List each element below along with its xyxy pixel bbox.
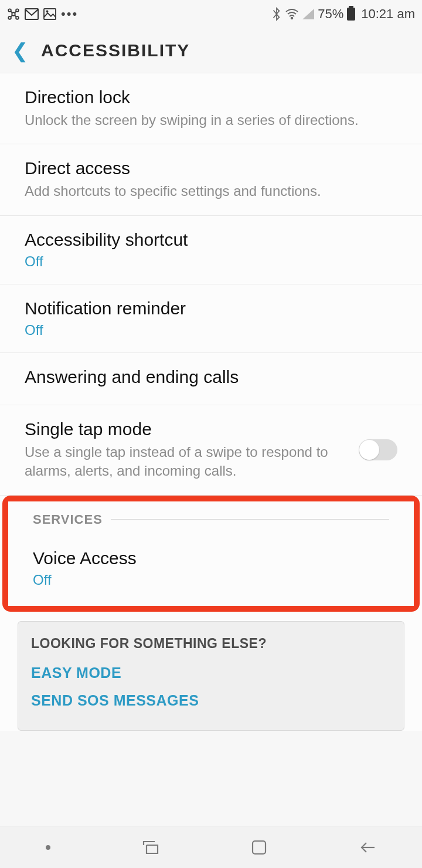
item-title: Direct access xyxy=(25,158,397,178)
item-accessibility-shortcut[interactable]: Accessibility shortcut Off xyxy=(0,216,422,284)
single-tap-toggle[interactable] xyxy=(359,439,397,460)
item-direct-access[interactable]: Direct access Add shortcuts to specific … xyxy=(0,144,422,215)
svg-point-0 xyxy=(12,12,15,16)
nav-bar xyxy=(0,826,422,868)
item-state: Off xyxy=(25,322,397,338)
svg-point-11 xyxy=(46,11,47,12)
footer-card: LOOKING FOR SOMETHING ELSE? EASY MODE SE… xyxy=(18,621,404,731)
app-header: ❮ ACCESSIBILITY xyxy=(0,28,422,73)
home-icon[interactable] xyxy=(251,839,267,856)
svg-rect-10 xyxy=(44,9,56,19)
link-easy-mode[interactable]: EASY MODE xyxy=(31,664,391,681)
page-title: ACCESSIBILITY xyxy=(41,40,190,60)
footer-title: LOOKING FOR SOMETHING ELSE? xyxy=(31,636,391,652)
link-send-sos[interactable]: SEND SOS MESSAGES xyxy=(31,692,391,709)
nav-dot-icon[interactable] xyxy=(46,845,50,850)
svg-rect-13 xyxy=(253,841,266,854)
wifi-icon xyxy=(285,8,299,20)
item-answering-calls[interactable]: Answering and ending calls xyxy=(0,353,422,405)
svg-point-4 xyxy=(16,16,19,19)
item-state: Off xyxy=(25,253,397,270)
item-title: Accessibility shortcut xyxy=(25,230,397,250)
bluetooth-icon xyxy=(272,7,281,21)
section-divider xyxy=(111,519,389,520)
item-direction-lock[interactable]: Direction lock Unlock the screen by swip… xyxy=(0,73,422,144)
section-header-services: SERVICES xyxy=(8,501,414,534)
item-title: Voice Access xyxy=(33,548,389,568)
mail-icon xyxy=(25,8,39,20)
svg-point-2 xyxy=(16,9,19,12)
item-notification-reminder[interactable]: Notification reminder Off xyxy=(0,284,422,353)
item-title: Answering and ending calls xyxy=(25,367,397,387)
svg-line-5 xyxy=(11,11,12,12)
svg-point-1 xyxy=(8,9,11,12)
svg-point-12 xyxy=(291,18,293,19)
signal-icon xyxy=(302,9,314,19)
item-single-tap[interactable]: Single tap mode Use a single tap instead… xyxy=(0,405,422,496)
item-title: Single tap mode xyxy=(25,419,347,439)
app-icon xyxy=(7,8,20,21)
status-right: 75% 10:21 am xyxy=(272,6,415,22)
item-state: Off xyxy=(33,572,389,588)
clock: 10:21 am xyxy=(361,6,415,22)
item-subtitle: Add shortcuts to specific settings and f… xyxy=(25,182,397,201)
svg-line-6 xyxy=(15,11,16,12)
battery-icon xyxy=(347,8,355,21)
image-icon xyxy=(43,8,56,20)
status-bar: ••• 75% 10:21 am xyxy=(0,0,422,28)
section-label: SERVICES xyxy=(33,512,103,527)
svg-line-8 xyxy=(15,16,16,17)
svg-line-7 xyxy=(11,16,12,17)
back-button[interactable]: ❮ xyxy=(12,40,28,60)
toggle-knob xyxy=(359,440,379,460)
settings-list: Direction lock Unlock the screen by swip… xyxy=(0,73,422,731)
status-left: ••• xyxy=(7,6,78,22)
more-icon: ••• xyxy=(61,6,78,22)
item-subtitle: Use a single tap instead of a swipe to r… xyxy=(25,443,347,481)
item-title: Direction lock xyxy=(25,87,397,107)
back-icon[interactable] xyxy=(359,840,376,855)
item-title: Notification reminder xyxy=(25,299,397,318)
item-subtitle: Unlock the screen by swiping in a series… xyxy=(25,111,397,130)
item-voice-access[interactable]: Voice Access Off xyxy=(8,534,414,606)
services-highlight: SERVICES Voice Access Off xyxy=(2,496,420,612)
svg-point-3 xyxy=(8,16,11,19)
recents-icon[interactable] xyxy=(142,840,159,855)
battery-percent: 75% xyxy=(318,6,343,22)
